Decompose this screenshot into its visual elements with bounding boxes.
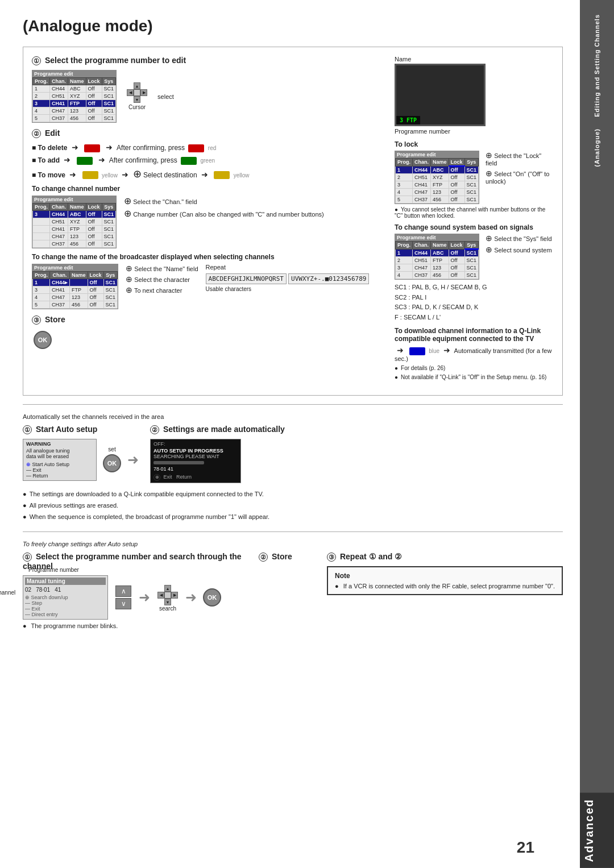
dpad-icon-lock2: ⊕ [486, 169, 492, 178]
table-row-highlighted: 3CH44ABCOffSC1 [33, 210, 116, 218]
screen-exit: ⊕ Exit Return [154, 474, 238, 481]
set-label: set [108, 446, 115, 452]
mt-btn3: — Exit [25, 606, 106, 612]
screen-line1: AUTO SETUP IN PROGRESS [154, 448, 238, 454]
delete-row: ■ To delete ➜ ➜ After confirming, press … [32, 143, 383, 152]
progress-bar [154, 461, 204, 464]
th-chan: Chan. [50, 78, 68, 85]
manual-step1-content: Manual tuning 02 78·01 41 ⊕ Search down/… [23, 575, 247, 620]
dpad-icon-1: ⊕ [124, 196, 131, 206]
auto-setup-bullets: ●The settings are downloaded to a Q-Link… [23, 489, 563, 522]
step-next-char: ⊕ To next character [126, 285, 198, 294]
green-btn-1 [77, 157, 93, 165]
manual-section: To freely change settings after Auto set… [23, 541, 563, 629]
step1-title: ① Select the programme number to edit [32, 56, 383, 65]
manual-intro: To freely change settings after Auto set… [23, 541, 563, 547]
step1-prog-table: Programme edit Prog. Chan. Name Lock Sys [32, 70, 117, 123]
mt-btn2-label: Step [32, 600, 43, 606]
dpad-icon-lock1: ⊕ [486, 151, 492, 160]
manual-step3-circle: ③ [327, 553, 336, 562]
manual-step2: ② Store [259, 552, 316, 566]
auto-ok-area: set OK [101, 446, 123, 474]
dpad-manual[interactable]: ▲ ◀ ▶ ▼ [157, 585, 178, 605]
manual-arrow2: ➜ [185, 589, 197, 605]
tv-preview-area: Name 3 FTP Programme number [395, 56, 554, 135]
yellow-label-1: yellow [102, 172, 118, 178]
dpad-down-m[interactable]: ▼ [164, 599, 171, 605]
dl-note2: ●Not available if "Q-Link" is "Off" in t… [395, 373, 554, 382]
divider-2 [23, 531, 563, 532]
prog-label: Programme number [28, 567, 79, 573]
manual-step3-heading: Repeat ① and ② [340, 552, 402, 561]
warning-btn3-icon: — [26, 473, 31, 479]
to-lock-section: To lock Programme edit Prog.Chan.NameLoc… [395, 140, 554, 219]
dpad[interactable]: ▲ ◀ ▶ ▼ [127, 82, 147, 103]
note-box: Note ● If a VCR is connected with only t… [327, 566, 563, 595]
th-lock: Lock [86, 78, 102, 85]
step-select-name: ⊕ Select the "Name" field [126, 264, 198, 273]
dpad-up[interactable]: ▲ [134, 82, 140, 89]
step-change-number: ⊕ Change number (Can also be changed wit… [124, 208, 324, 219]
step2-heading: Edit [45, 128, 60, 138]
change-name-table: Programme edit Prog.Chan.NameLockSys 1CH… [32, 264, 118, 309]
table-row: 3CH41FTPOffSC1 [33, 286, 118, 293]
auto-step1-title: ① Start Auto setup [23, 425, 139, 434]
repeat-section: Repeat ABCDEFGHIJKLMNOPQRST UVWXYZ+-.■01… [206, 264, 370, 292]
dpad-center-m [164, 592, 171, 599]
move-label: ■ To move [32, 171, 65, 179]
warning-btn2: — Exit [26, 467, 93, 473]
sound-steps: ⊕ Select the "Sys" field ⊕ Select sound … [486, 234, 552, 254]
add-arrow1: ➜ [64, 155, 70, 164]
dpad-right[interactable]: ▶ [140, 89, 147, 96]
table-row: 1CH44ABCOffSC1 [33, 85, 116, 93]
dpad-left-m[interactable]: ◀ [157, 592, 164, 599]
dpad-down[interactable]: ▼ [134, 96, 140, 103]
cs-table-inner: Prog.Chan.NameLockSys 1CH44ABCOffSC1 2CH… [395, 241, 479, 279]
up-btn[interactable]: ∧ [115, 585, 131, 597]
warning-btn1-label: Start Auto Setup [32, 462, 70, 467]
step2-title: ② Edit [32, 128, 383, 138]
manual-ok-button[interactable]: OK [203, 588, 221, 607]
select-on-text: Select "On" ("Off" to unlock) [486, 171, 549, 185]
lock-note: ●You cannot select the channel with numb… [395, 206, 554, 219]
step1-circle: ① [32, 56, 41, 65]
note-line: ● If a VCR is connected with only the RF… [335, 583, 555, 589]
dpad-icon-4: ⊕ [126, 275, 132, 284]
dpad-left[interactable]: ◀ [127, 89, 134, 96]
red-btn-2 [188, 144, 204, 152]
down-btn[interactable]: ∨ [115, 598, 131, 609]
mt-val: 41 [55, 587, 61, 593]
f-text: F : SECAM L / L' [395, 313, 554, 323]
ok-button[interactable]: OK [34, 331, 52, 349]
dl-not-available: Not available if "Q-Link" is "Off" in th… [401, 374, 546, 380]
table-row: 3CH41FTPOffSC1 [396, 181, 479, 189]
bullet-3-text: When the sequence is completed, the broa… [30, 513, 269, 520]
auto-ok-button[interactable]: OK [103, 454, 121, 472]
dpad-icon-sys1: ⊕ [486, 234, 492, 243]
green-label: green [200, 157, 215, 164]
bullet-3: ●When the sequence is completed, the bro… [23, 512, 563, 523]
warning-line2: data will be erased [26, 454, 93, 459]
mt-title: Manual tuning [25, 578, 106, 585]
divider-1 [23, 404, 563, 405]
mt-btn3-label: Exit [32, 606, 40, 612]
dpad-right-m[interactable]: ▶ [171, 592, 178, 599]
table-row-highlighted: 1CH44▸OffSC1 [33, 279, 118, 286]
dpad-up-m[interactable]: ▲ [164, 585, 171, 592]
auto-setup-screen: OFF: AUTO SETUP IN PROGRESS SEARCHING PL… [150, 439, 241, 483]
prog-blinks-note: ● The programme number blinks. [23, 622, 247, 629]
cs-table: Programme edit Prog.Chan.NameLockSys 1CH… [395, 234, 479, 280]
th-name: Name [68, 78, 86, 85]
table-row: 4CH47123OffSC1 [396, 189, 479, 196]
step1-table: Prog. Chan. Name Lock Sys 1CH44ABCOffSC1… [32, 77, 116, 122]
select-sys-step: ⊕ Select the "Sys" field [486, 234, 552, 243]
bullet-1-text: The settings are downloaded to a Q-Link … [30, 491, 264, 497]
tv-channel-display: 3 FTP [396, 116, 420, 124]
add-label: ■ To add [32, 156, 60, 164]
table-row: 5CH37456OffSC1 [33, 115, 116, 122]
search-label: search [155, 605, 181, 612]
page-title: (Analogue mode) [23, 17, 563, 35]
screen-progress: 78·01 41 [154, 466, 238, 472]
blue-btn [409, 347, 425, 355]
th-prog: Prog. [33, 78, 50, 85]
